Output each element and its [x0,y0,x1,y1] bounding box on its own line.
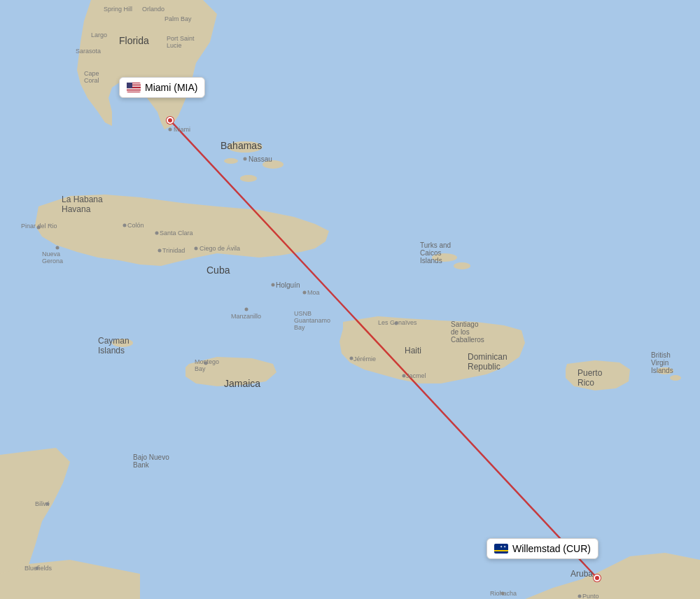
svg-point-4 [224,158,238,164]
svg-point-8 [657,367,673,374]
miami-city-dot [169,128,172,132]
bilwi-dot [46,502,50,506]
santa-clara-dot [155,232,159,235]
riohacha-dot [501,592,505,596]
svg-point-6 [454,262,470,269]
origin-text: Miami (MIA) [145,82,197,93]
origin-label: Miami (MIA) [119,77,205,98]
bluefields-dot [36,567,39,570]
moa-dot [303,291,307,295]
pinar-dot [37,226,41,230]
svg-point-2 [262,160,284,169]
ciego-dot [195,247,198,251]
les-gonaives-dot [395,322,398,325]
map-container: Miami (MIA) Willemstad (CUR) Florida Spr… [0,0,700,599]
punto-fijo-dot [578,595,582,598]
svg-point-9 [670,375,681,381]
holguin-dot [272,283,275,287]
montego-bay-dot [204,362,208,365]
origin-flag [127,83,141,92]
jacmel-dot [402,374,406,378]
svg-point-1 [227,141,262,153]
colon-dot [123,224,127,227]
svg-point-3 [240,175,257,182]
nassau-dot [244,157,247,161]
destination-text: Willemstad (CUR) [512,543,591,554]
nueva-gerona-dot [56,246,59,250]
origin-dot [167,117,174,124]
destination-flag [494,544,508,554]
destination-dot [594,575,601,582]
map-svg [0,0,700,599]
trinidad-dot [158,249,162,253]
destination-label: Willemstad (CUR) [486,538,598,559]
jeremie-dot [350,357,354,360]
svg-point-7 [112,339,133,347]
manzanillo-dot [245,308,248,311]
svg-point-5 [432,253,457,262]
